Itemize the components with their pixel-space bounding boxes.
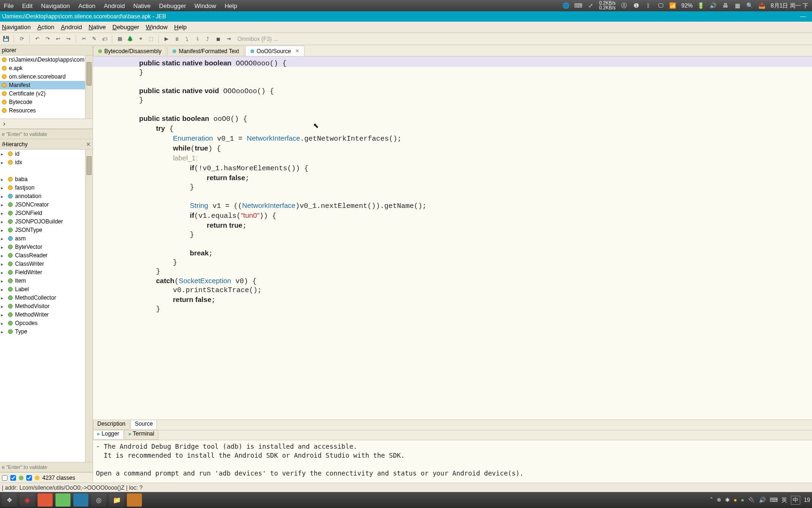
appmenu-item[interactable]: Window [146, 24, 167, 31]
editor-tab[interactable]: Bytecode/Disassembly [93, 46, 166, 56]
chrome-icon[interactable]: ◉ [20, 493, 35, 507]
hierarchy-item[interactable]: ▸idx [0, 158, 93, 167]
appmenu-item[interactable]: Debugger [112, 24, 139, 31]
explorer-item[interactable]: Resources [0, 106, 93, 115]
debug-stop-icon[interactable]: ⏹ [214, 35, 222, 43]
tray-icon-3[interactable]: ● [734, 497, 737, 503]
checkbox-3[interactable] [26, 475, 32, 481]
debug-start-icon[interactable]: ▶ [162, 35, 171, 43]
redo-icon[interactable]: ↪ [64, 35, 72, 43]
chevron-right-icon[interactable]: › [0, 119, 8, 128]
apps-icon[interactable]: ▦ [734, 2, 742, 9]
debug-stepinto-icon[interactable]: ⤹ [193, 35, 202, 43]
debug-runto-icon[interactable]: ⇥ [224, 35, 233, 43]
nav-fwd-icon[interactable]: ↷ [43, 35, 52, 43]
printer-icon[interactable]: 🖶 [722, 2, 729, 9]
ime-layout[interactable]: 中 [791, 496, 800, 505]
graph-icon[interactable]: ⚭ [136, 35, 145, 43]
code-editor[interactable]: public static native boolean OOOO0ooo() … [93, 56, 812, 420]
edit-icon[interactable]: ✎ [90, 35, 98, 43]
appmenu-item[interactable]: Native [88, 24, 106, 31]
log-tab[interactable]: ▸ Terminal [125, 430, 158, 440]
hierarchy-item[interactable]: ▸Item [0, 277, 93, 285]
checkbox-2[interactable] [10, 475, 16, 481]
explorer-item[interactable]: e.apk [0, 64, 93, 72]
hierarchy-item[interactable]: ▸baba [0, 175, 93, 183]
nav-back-icon[interactable]: ↶ [33, 35, 41, 43]
tray-chevron-icon[interactable]: ˄ [710, 497, 713, 503]
bottom-tab[interactable]: Source [131, 421, 157, 430]
caps-icon[interactable]: Ⓐ [620, 2, 628, 9]
tray-volume-icon[interactable]: 🔊 [759, 497, 766, 503]
tray-icon-1[interactable]: ❄ [717, 497, 721, 503]
hierarchy-item[interactable] [0, 167, 93, 175]
scrollbar[interactable] [85, 56, 93, 119]
appmenu-item[interactable]: Help [174, 24, 187, 31]
ime-lang[interactable]: 英 [781, 496, 787, 504]
hierarchy-item[interactable]: ▸asm [0, 234, 93, 243]
explorer-tree[interactable]: rs\Jamiexu\Desktop\apps\come.apkom.silen… [0, 56, 93, 119]
hierarchy-item[interactable]: ▸JSONCreator [0, 200, 93, 209]
explorer-filter-input[interactable] [0, 129, 93, 139]
hierarchy-item[interactable]: ▸JSONField [0, 209, 93, 217]
explorer-item[interactable]: rs\Jamiexu\Desktop\apps\com [0, 56, 93, 64]
inbox-icon[interactable]: 📥 [758, 2, 766, 9]
tree-icon[interactable]: 🌲 [126, 35, 134, 43]
sysmenu-item[interactable]: Action [78, 2, 95, 9]
expand-icon[interactable]: ⤢ [587, 2, 594, 9]
keyboard-icon[interactable]: ⌨ [575, 2, 582, 9]
numlock-icon[interactable]: ➊ [632, 2, 640, 9]
sysmenu-item[interactable]: Navigation [41, 2, 70, 9]
taskbar-time[interactable]: 19 [804, 497, 810, 503]
hierarchy-item[interactable]: ▸ClassWriter [0, 260, 93, 268]
sysmenu-item[interactable]: Window [195, 2, 216, 9]
refresh-icon[interactable]: ⟳ [17, 35, 26, 43]
clock-date[interactable]: 8月1日 周一 下 [771, 2, 808, 10]
debug-stepout-icon[interactable]: ⤴ [203, 35, 212, 43]
app-icon-5[interactable]: ◎ [91, 493, 106, 507]
search-icon[interactable]: 🔍 [746, 2, 754, 9]
app-icon-3[interactable] [55, 493, 70, 507]
hierarchy-item[interactable]: ▸Opcodes [0, 319, 93, 327]
sysmenu-item[interactable]: Native [133, 2, 151, 9]
hierarchy-filter-input[interactable] [0, 462, 93, 472]
close-icon[interactable]: ✕ [86, 141, 91, 148]
editor-tab[interactable]: Manifest/Formatted Text [167, 46, 244, 56]
hierarchy-item[interactable]: ▸Type [0, 327, 93, 336]
save-icon[interactable]: 💾 [2, 35, 10, 43]
hierarchy-item[interactable]: ▸MethodWriter [0, 310, 93, 319]
globe-icon[interactable]: 🌐 [562, 2, 570, 9]
tag-icon[interactable]: 🏷 [100, 35, 109, 43]
undo-icon[interactable]: ↩ [54, 35, 62, 43]
ime-keyboard-icon[interactable]: ⌨ [770, 497, 778, 503]
tray-icon-2[interactable]: ✱ [725, 497, 730, 503]
app-icon-2[interactable] [38, 493, 53, 507]
explorer-item[interactable]: Manifest [0, 81, 93, 89]
sysmenu-item[interactable]: Android [104, 2, 125, 9]
hierarchy-item[interactable]: ▸ByteVector [0, 243, 93, 251]
tray-icon-4[interactable]: ● [741, 497, 744, 503]
bottom-tab[interactable]: Description [93, 421, 130, 430]
hierarchy-item[interactable]: ▸fastjson [0, 183, 93, 192]
close-icon[interactable]: ✕ [295, 48, 299, 54]
hierarchy-item[interactable]: ▸JSONPOJOBuilder [0, 217, 93, 226]
debug-pause-icon[interactable]: ⏸ [172, 35, 181, 43]
displays-icon[interactable]: 🖵 [657, 2, 664, 9]
hierarchy-item[interactable]: ▸MethodVisitor [0, 302, 93, 310]
hierarchy-item[interactable]: ▸MethodCollector [0, 294, 93, 302]
editor-tab[interactable]: OoO0/Source✕ [245, 46, 304, 56]
hierarchy-item[interactable]: ▸id [0, 150, 93, 158]
hierarchy-item[interactable]: ▸JSONType [0, 226, 93, 234]
explorer-item[interactable]: Bytecode [0, 98, 93, 106]
checkbox-1[interactable] [2, 475, 8, 481]
hierarchy-item[interactable]: ▸ClassReader [0, 251, 93, 260]
sysmenu-item[interactable]: File [4, 2, 14, 9]
start-button[interactable]: ❖ [2, 493, 17, 507]
volume-icon[interactable]: 🔊 [710, 2, 717, 9]
wifi-icon[interactable]: 📶 [669, 2, 677, 9]
scrollbar[interactable] [85, 150, 93, 462]
appmenu-item[interactable]: Navigation [2, 24, 31, 31]
cut-icon[interactable]: ✂ [79, 35, 88, 43]
hierarchy-item[interactable]: ▸FieldWriter [0, 268, 93, 277]
appmenu-item[interactable]: Action [37, 24, 54, 31]
